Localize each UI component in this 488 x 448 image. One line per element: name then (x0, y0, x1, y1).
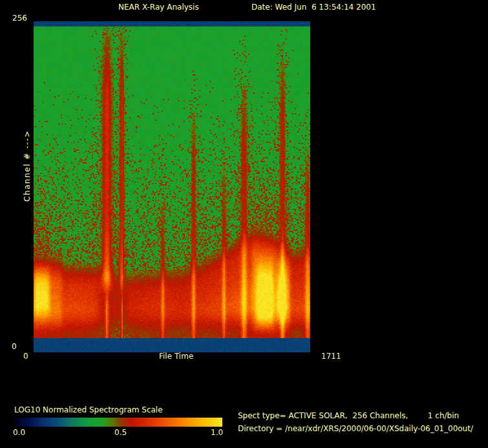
colorbar-tick-max: 1.0 (211, 429, 223, 437)
colorbar-tick-mid: 0.5 (114, 429, 127, 437)
window-date: Date: Wed Jun 6 13:54:14 2001 (251, 3, 376, 12)
x-axis-max-label: 1711 (321, 352, 341, 361)
near-xray-analysis-window: NEAR X-Ray Analysis Date: Wed Jun 6 13:5… (0, 0, 488, 448)
x-axis-min-label: 0 (23, 352, 28, 361)
directory-line: Directory = /near/xdr/XRS/2000/06-00/XSd… (238, 425, 473, 433)
x-axis-title: File Time (159, 352, 193, 361)
spectrogram-plot (34, 21, 310, 352)
y-axis-title: Channel # ---> (23, 124, 32, 208)
y-axis-min-label: 0 (12, 343, 17, 351)
spect-type-line: Spect type= ACTIVE SOLAR, 256 Channels, … (238, 412, 459, 420)
window-title: NEAR X-Ray Analysis (118, 3, 199, 12)
colorbar-tick-min: 0.0 (13, 429, 25, 437)
colorbar (14, 418, 222, 427)
y-axis-max-label: 256 (12, 14, 27, 23)
colorbar-title: LOG10 Normalized Spectrogram Scale (14, 406, 163, 414)
